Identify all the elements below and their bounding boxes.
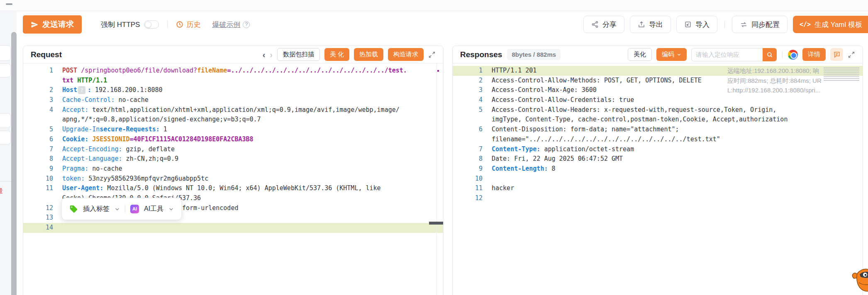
search-icon [766,51,773,58]
import-icon [684,21,692,28]
code-line[interactable]: 8Date: Fri, 22 Aug 2025 06:47:52 GMT [453,154,863,164]
vertical-scrollbar[interactable] [11,32,17,295]
code-line[interactable]: 8Accept-Language: zh-CN,zh;q=0.9 [23,154,443,164]
code-line[interactable]: 4Access-Control-Allow-Credentials: true [453,95,863,105]
app-root: { "accent": "#f28135", "topbar": { "send… [0,0,868,295]
code-line[interactable]: filename="../../../../../../../../../../… [453,135,863,145]
code-line[interactable]: 1POST /springbootp0eo6/file/download?fil… [23,66,443,76]
search-button[interactable] [763,48,777,61]
export-button[interactable]: 导出 [630,16,671,33]
history-button[interactable]: 历史 [176,20,200,29]
mascot[interactable] [851,264,868,295]
blast-example-link[interactable]: 爆破示例 [212,20,240,29]
force-https-toggle[interactable] [144,20,159,29]
force-https-label: 强制 HTTPS [101,20,140,29]
left-partial-button[interactable] [0,45,11,61]
packet-scan-button[interactable]: 数据包扫描 [277,48,320,61]
open-in-chrome-icon[interactable] [788,50,798,60]
overview-ruler [436,63,437,295]
toolbar: 发送请求 强制 HTTPS 历史 爆破示例 ? 分享 导出 导入 [23,15,868,34]
ai-tools-button[interactable]: AI工具 [144,205,163,213]
divider [125,205,125,213]
left-cutoff-panel: 量 [0,11,17,295]
code-line[interactable]: txt HTTP/1.1 [23,76,443,86]
code-line[interactable]: apng,*/*;q=0.8,application/signed-exchan… [23,115,443,125]
response-size-time-badge: 8bytes / 882ms [507,49,561,60]
comment-button[interactable] [830,48,843,61]
left-partial-button[interactable] [0,131,11,145]
nav-forward-icon[interactable]: › [270,51,273,59]
request-panel: Request ‹ › 数据包扫描 美化 热加载 构造请求 1POST /spr… [23,46,444,295]
share-button[interactable]: 分享 [583,16,624,33]
sync-icon [740,21,748,29]
detail-button[interactable]: 详情 [802,48,826,61]
code-line[interactable]: 5Upgrade-Insecure-Requests: 1 [23,125,443,135]
code-line[interactable]: 2Host?: 192.168.200.1:8080 [23,85,443,95]
left-partial-red-label: 量 [0,187,3,195]
request-title: Request [31,50,62,59]
response-beautify-button[interactable]: 美化 [628,48,652,61]
code-line[interactable]: 10token: 53nzyy58562936mpfqvr2mg6uabpp5t… [23,174,443,184]
beautify-button[interactable]: 美化 [324,48,349,61]
left-partial-button[interactable] [0,63,11,77]
horizontal-scrollbar[interactable] [429,222,443,225]
response-panel: Responses 8bytes / 882ms 美化 编码 详情 [452,46,863,295]
response-editor[interactable]: 1HTTP/1.1 2012Access-Control-Allow-Metho… [453,63,863,295]
request-editor[interactable]: 1POST /springbootp0eo6/file/download?fil… [23,63,443,295]
help-icon[interactable]: ? [243,21,250,28]
code-line[interactable]: imgType, Content-Type, cache-control,pos… [453,115,863,125]
code-line[interactable]: 14 [23,223,443,233]
chevron-down-icon [677,52,681,57]
code-line[interactable]: 5Access-Control-Allow-Headers: x-request… [453,105,863,115]
toolbar-right-group: 分享 导出 导入 同步配置 </> 生成 Yaml 模板 [583,16,868,33]
clock-icon [176,21,183,28]
insert-tag-button[interactable]: 插入标签 [83,205,110,213]
encode-dropdown-button[interactable]: 编码 [656,48,687,61]
code-line[interactable]: 10 [453,174,863,184]
tag-icon [69,205,78,213]
paper-plane-icon [31,21,39,29]
annotation-line: L:http://192.168.200.1:8080/spri... [727,85,857,95]
divider [724,21,725,28]
minimap[interactable] [824,68,859,82]
code-line[interactable]: 3Cache-Control: no-cache [23,95,443,105]
send-request-button[interactable]: 发送请求 [23,15,82,34]
chevron-down-icon [168,206,174,212]
left-partial-button[interactable] [0,113,11,128]
export-icon [638,21,645,28]
nav-back-icon[interactable]: ‹ [263,51,266,59]
code-line[interactable]: 7Content-Type: application/octet-stream [453,145,863,155]
divider [782,51,783,58]
sync-config-button[interactable]: 同步配置 [732,16,788,33]
code-line[interactable]: 7Accept-Encoding: gzip, deflate [23,145,443,155]
fullscreen-icon[interactable] [848,51,855,58]
code-line[interactable]: 9Content-Length: 8 [453,164,863,174]
ruler-marker [437,70,439,72]
generate-yaml-button[interactable]: </> 生成 Yaml 模板 [793,16,868,33]
import-button[interactable]: 导入 [676,16,717,33]
collapsed-handle[interactable] [6,3,12,5]
divider [167,21,168,28]
hot-reload-button[interactable]: 热加载 [354,48,383,61]
response-title: Responses [460,50,502,59]
chevron-down-icon [115,206,120,212]
code-line[interactable]: 6Content-Disposition: form-data; name="a… [453,125,863,135]
search-input[interactable] [691,48,763,61]
top-strip [0,0,868,11]
share-icon [591,21,599,28]
editor-tag-widget: 插入标签 AI AI工具 [61,198,182,220]
build-request-button[interactable]: 构造请求 [388,48,424,61]
locate-response-search [691,48,777,61]
ai-icon: AI [130,205,139,213]
code-line[interactable]: 11hacker [453,184,863,193]
response-panel-header: Responses 8bytes / 882ms 美化 编码 详情 [453,46,863,63]
chat-bubble-icon [833,51,841,58]
code-line[interactable]: 12 [453,193,863,203]
code-line[interactable]: 6Cookie: JSESSIONID=40F1CF1115AC01284D19… [23,135,443,145]
code-line[interactable]: 9Pragma: no-cache [23,164,443,174]
request-panel-header: Request ‹ › 数据包扫描 美化 热加载 构造请求 [23,46,443,63]
code-line[interactable]: 4Accept: text/html,application/xhtml+xml… [23,105,443,115]
code-icon: </> [800,21,811,28]
code-line[interactable]: 11User-Agent: Mozilla/5.0 (Windows NT 10… [23,184,443,193]
fullscreen-icon[interactable] [428,51,436,58]
